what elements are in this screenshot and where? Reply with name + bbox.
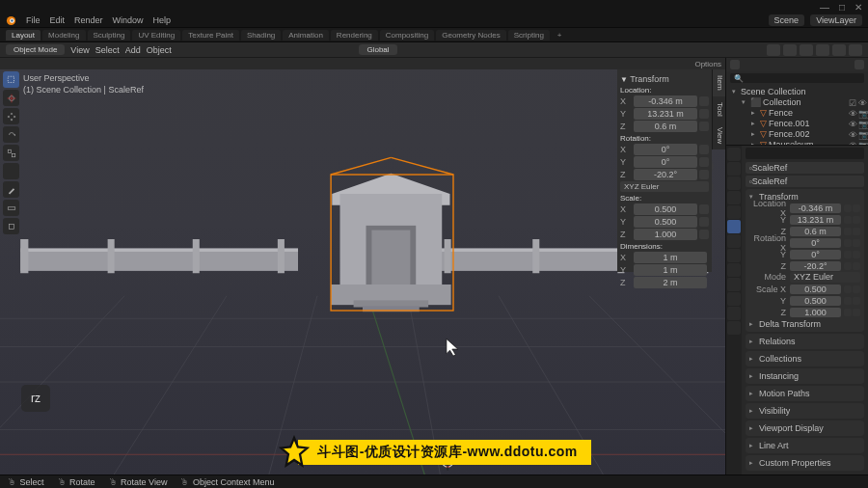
maximize-icon[interactable]: □ xyxy=(839,2,845,13)
properties-breadcrumb[interactable]: ▫ ScaleRef xyxy=(746,162,864,174)
menu-edit[interactable]: Edit xyxy=(50,15,66,25)
lock-icon[interactable] xyxy=(844,251,852,258)
p-scl-z[interactable]: 1.000 xyxy=(790,308,841,317)
keyframe-icon[interactable] xyxy=(853,228,860,235)
lock-icon[interactable] xyxy=(844,204,852,212)
tab-sculpting[interactable]: Sculpting xyxy=(88,30,131,41)
keyframe-icon[interactable] xyxy=(853,262,860,270)
p-rot-z[interactable]: -20.2° xyxy=(790,261,841,271)
dim-x-field[interactable]: 1 m xyxy=(634,252,707,263)
tab-animation[interactable]: Animation xyxy=(283,30,329,41)
keyframe-icon[interactable] xyxy=(853,285,860,293)
eye-icon[interactable]: 👁 xyxy=(849,130,856,138)
properties-search[interactable] xyxy=(746,148,864,159)
viewlayer-selector[interactable]: ViewLayer xyxy=(810,14,862,26)
scl-y-field[interactable]: 0.500 xyxy=(634,216,697,228)
lock-icon[interactable] xyxy=(699,96,709,106)
lock-icon[interactable] xyxy=(699,230,709,239)
lock-icon[interactable] xyxy=(844,309,852,316)
n-tab-item[interactable]: Item xyxy=(712,69,725,96)
p-scl-y[interactable]: 0.500 xyxy=(790,296,841,306)
scl-z-field[interactable]: 1.000 xyxy=(634,229,697,240)
panel-viewport[interactable]: ▸Viewport Display xyxy=(749,422,860,434)
tab-shading[interactable]: Shading xyxy=(241,30,281,41)
ptab-constraints-icon[interactable] xyxy=(727,278,741,291)
outliner-scene-collection[interactable]: ▾Scene Collection xyxy=(728,86,866,96)
xray-toggle-icon[interactable] xyxy=(783,44,797,56)
outliner-search[interactable]: 🔍 xyxy=(730,73,864,83)
outliner-item[interactable]: ▸▽Fence.001👁📷 xyxy=(728,118,866,128)
lock-icon[interactable] xyxy=(699,170,709,179)
menu-render[interactable]: Render xyxy=(74,15,103,25)
menu-object[interactable]: Object xyxy=(147,45,172,55)
ptab-object-icon[interactable] xyxy=(727,220,741,233)
keyframe-icon[interactable] xyxy=(853,216,860,224)
keyframe-icon[interactable] xyxy=(853,251,860,258)
p-rot-y[interactable]: 0° xyxy=(790,250,841,259)
orientation-selector[interactable]: Global xyxy=(359,44,396,55)
lock-icon[interactable] xyxy=(699,109,709,119)
menu-select[interactable]: Select xyxy=(95,45,120,55)
close-icon[interactable]: ✕ xyxy=(854,2,862,13)
ptab-render-icon[interactable] xyxy=(727,148,741,161)
overlay-toggle-icon[interactable] xyxy=(767,44,780,56)
tab-geonodes[interactable]: Geometry Nodes xyxy=(436,30,505,41)
menu-view[interactable]: View xyxy=(70,45,89,55)
ptab-viewlayer-icon[interactable] xyxy=(727,176,741,190)
ptab-output-icon[interactable] xyxy=(727,162,741,176)
outliner-item[interactable]: ▸▽Mausoleum👁📷 xyxy=(728,139,866,146)
panel-collections[interactable]: ▸Collections xyxy=(749,353,860,365)
lock-icon[interactable] xyxy=(699,204,709,214)
tab-add[interactable]: + xyxy=(552,30,568,41)
tab-uv[interactable]: UV Editing xyxy=(132,30,180,41)
keyframe-icon[interactable] xyxy=(853,309,860,316)
shading-rendered-icon[interactable] xyxy=(849,44,862,56)
lock-icon[interactable] xyxy=(699,157,709,167)
tab-texture[interactable]: Texture Paint xyxy=(182,30,239,41)
lock-icon[interactable] xyxy=(699,122,709,131)
eye-icon[interactable]: 👁 xyxy=(849,120,856,127)
outliner-tree[interactable]: ▾Scene Collection ▾⬛Collection☑👁 ▸▽Fence… xyxy=(726,85,868,146)
panel-custom[interactable]: ▸Custom Properties xyxy=(749,457,860,469)
menu-help[interactable]: Help xyxy=(153,15,172,25)
lock-icon[interactable] xyxy=(699,145,709,154)
ptab-physics-icon[interactable] xyxy=(727,263,741,277)
minimize-icon[interactable]: — xyxy=(820,2,829,13)
p-loc-x[interactable]: -0.346 m xyxy=(790,203,841,213)
camera-icon[interactable]: 📷 xyxy=(858,130,866,138)
lock-icon[interactable] xyxy=(844,285,852,293)
p-loc-y[interactable]: 13.231 m xyxy=(790,215,841,225)
dim-z-field[interactable]: 2 m xyxy=(634,277,707,288)
rotation-mode-selector[interactable]: XYZ Euler xyxy=(620,181,709,192)
tab-rendering[interactable]: Rendering xyxy=(331,30,378,41)
tab-scripting[interactable]: Scripting xyxy=(508,30,550,41)
shading-solid-icon[interactable] xyxy=(816,44,829,56)
panel-lineart[interactable]: ▸Line Art xyxy=(749,440,860,451)
ptab-particles-icon[interactable] xyxy=(727,249,741,262)
outliner-item[interactable]: ▸▽Fence👁📷 xyxy=(728,107,866,118)
lock-icon[interactable] xyxy=(844,216,852,224)
p-loc-z[interactable]: 0.6 m xyxy=(790,227,841,236)
properties-name-field[interactable]: ▫ ScaleRef xyxy=(746,176,864,187)
lock-icon[interactable] xyxy=(844,239,852,247)
lock-icon[interactable] xyxy=(844,262,852,270)
dim-y-field[interactable]: 1 m xyxy=(634,264,707,276)
loc-z-field[interactable]: 0.6 m xyxy=(634,121,697,132)
panel-relations[interactable]: ▸Relations xyxy=(749,336,860,347)
shading-wireframe-icon[interactable] xyxy=(800,44,813,56)
panel-visibility[interactable]: ▸Visibility xyxy=(749,405,860,417)
lock-icon[interactable] xyxy=(699,217,709,227)
n-tab-tool[interactable]: Tool xyxy=(712,96,725,122)
menu-add[interactable]: Add xyxy=(125,45,141,55)
p-rot-x[interactable]: 0° xyxy=(790,238,841,248)
tab-compositing[interactable]: Compositing xyxy=(380,30,434,41)
mode-selector[interactable]: Object Mode xyxy=(6,44,65,55)
tab-layout[interactable]: Layout xyxy=(6,30,41,41)
shading-material-icon[interactable] xyxy=(832,44,846,56)
loc-y-field[interactable]: 13.231 m xyxy=(634,108,697,120)
rot-x-field[interactable]: 0° xyxy=(634,144,697,155)
ptab-world-icon[interactable] xyxy=(727,205,741,219)
lock-icon[interactable] xyxy=(844,297,852,305)
filter-icon[interactable] xyxy=(854,60,864,69)
eye-icon[interactable]: 👁 xyxy=(858,98,866,106)
